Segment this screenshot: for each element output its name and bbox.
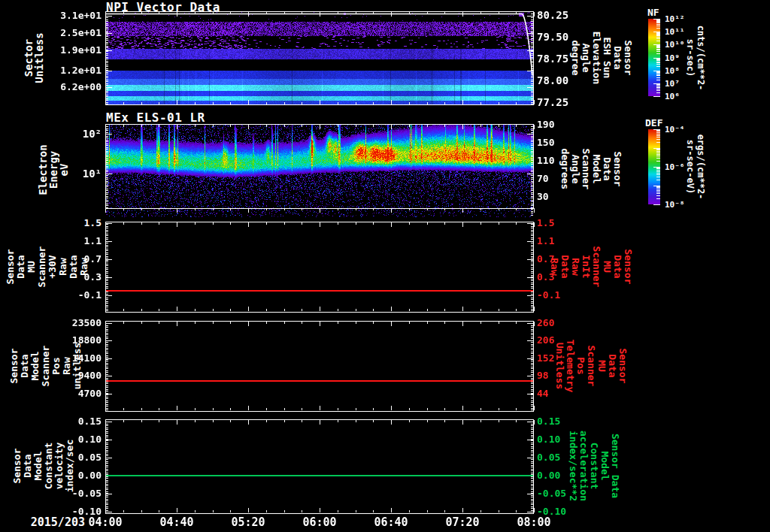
tick-mark xyxy=(106,100,108,101)
tick-mark xyxy=(531,378,533,379)
tick-mark xyxy=(531,364,533,365)
tick-mark xyxy=(531,349,533,350)
tick-mark xyxy=(106,323,112,324)
tick-mark xyxy=(302,222,302,225)
tick-mark xyxy=(106,268,108,268)
tick-mark xyxy=(531,473,533,473)
tick-mark xyxy=(106,473,108,473)
tick-mark xyxy=(266,102,267,104)
tick-mark xyxy=(106,292,108,292)
tick-mark xyxy=(106,162,108,163)
x-tick-label: 08:00 xyxy=(508,515,560,529)
tick-mark xyxy=(531,305,533,306)
tick-mark xyxy=(531,258,533,258)
tick-mark xyxy=(391,100,392,104)
right-y-tick-label: 0.10 xyxy=(537,434,590,446)
tick-mark xyxy=(105,322,106,326)
tick-mark xyxy=(106,440,112,440)
tick-mark xyxy=(409,510,410,512)
tick-mark xyxy=(105,307,106,311)
tick-mark xyxy=(656,47,660,47)
tick-mark xyxy=(106,437,108,437)
tick-mark xyxy=(248,222,249,227)
tick-mark xyxy=(266,510,267,512)
tick-mark xyxy=(656,49,660,50)
tick-mark xyxy=(531,383,533,384)
tick-mark xyxy=(656,192,660,192)
tick-mark xyxy=(284,222,285,225)
tick-mark xyxy=(531,194,533,195)
tick-mark xyxy=(106,478,108,479)
tick-mark xyxy=(531,303,533,304)
tick-mark xyxy=(106,130,108,131)
tick-mark xyxy=(527,440,533,440)
panel-4-y-label: Sensor Data Model Scanner Pos Raw unitle… xyxy=(9,343,83,390)
colorbar-tick-label: 10¹¹ xyxy=(665,27,699,36)
tick-mark xyxy=(106,279,108,280)
tick-mark xyxy=(531,469,533,470)
tick-mark xyxy=(159,408,159,410)
tick-mark xyxy=(177,125,177,129)
tick-mark xyxy=(106,234,108,234)
tick-mark xyxy=(106,250,108,251)
tick-mark xyxy=(248,420,249,425)
tick-mark xyxy=(531,361,533,361)
panel-5-y-label: Sensor Data Model Constant velocity inde… xyxy=(12,440,75,492)
tick-mark xyxy=(531,151,533,152)
tick-mark xyxy=(266,420,267,422)
tick-mark xyxy=(106,495,108,496)
right-y-tick-label: 150 xyxy=(537,137,590,149)
tick-mark xyxy=(656,173,660,174)
tick-mark xyxy=(656,47,660,48)
tick-mark xyxy=(106,425,108,426)
tick-mark xyxy=(531,402,533,403)
tick-mark xyxy=(230,408,231,410)
right-y-tick-label: 0.00 xyxy=(537,470,590,482)
tick-mark xyxy=(106,50,112,51)
tick-mark xyxy=(106,47,108,48)
x-tick-label: 05:20 xyxy=(222,515,274,529)
tick-mark xyxy=(531,27,533,28)
tick-mark xyxy=(106,398,108,399)
tick-mark xyxy=(106,21,108,22)
tick-mark xyxy=(320,222,320,227)
tick-mark xyxy=(531,352,533,352)
tick-mark xyxy=(531,136,533,137)
tick-mark xyxy=(656,24,660,25)
y-tick-label: 23500 xyxy=(30,317,102,329)
tick-mark xyxy=(409,420,410,422)
colorbar-tick-label: 10⁸ xyxy=(665,66,699,75)
tick-mark xyxy=(527,376,533,376)
tick-mark xyxy=(531,288,533,289)
right-y-tick-label: 78.75 xyxy=(537,53,590,65)
tick-mark xyxy=(141,510,142,512)
tick-mark xyxy=(531,237,533,238)
panel-2-title: MEx ELS-01 LR xyxy=(106,110,205,125)
tick-mark xyxy=(656,187,660,188)
tick-mark xyxy=(531,128,533,129)
tick-mark xyxy=(106,329,108,330)
tick-mark xyxy=(531,338,533,339)
tick-mark xyxy=(106,92,108,93)
tick-mark xyxy=(427,102,428,104)
tick-mark xyxy=(656,77,660,78)
tick-mark xyxy=(356,125,356,127)
tick-mark xyxy=(656,71,660,72)
tick-mark xyxy=(106,378,108,379)
tick-mark xyxy=(106,230,108,231)
tick-mark xyxy=(531,192,533,193)
tick-mark xyxy=(159,309,159,311)
colorbar-tick-label: 10⁶ xyxy=(665,92,699,101)
tick-mark xyxy=(123,322,124,324)
tick-mark xyxy=(531,398,533,399)
tick-mark xyxy=(106,429,108,430)
right-y-tick-label: 77.25 xyxy=(537,96,590,108)
tick-mark xyxy=(106,136,108,137)
tick-mark xyxy=(531,98,533,99)
tick-mark xyxy=(391,208,392,213)
tick-mark xyxy=(106,443,108,443)
tick-mark xyxy=(531,374,533,375)
tick-mark xyxy=(105,420,106,425)
tick-mark xyxy=(106,364,108,365)
tick-mark xyxy=(106,463,108,464)
